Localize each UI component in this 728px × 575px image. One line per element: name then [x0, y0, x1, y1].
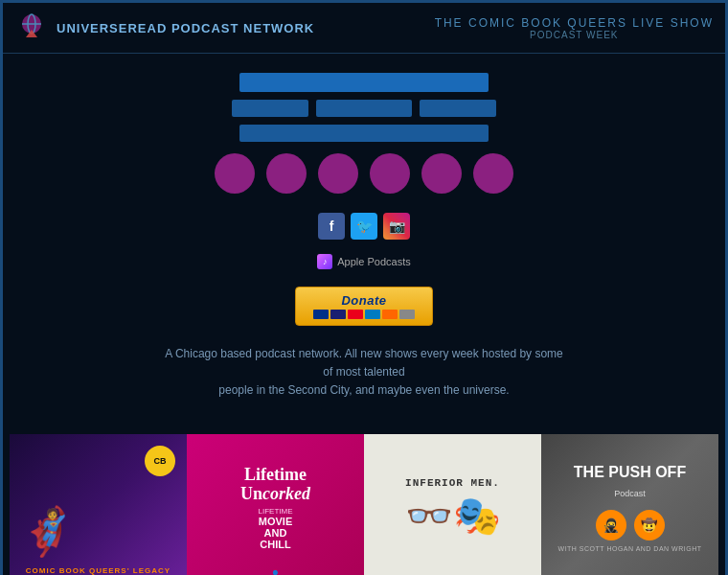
- instagram-icon[interactable]: 📷: [383, 213, 410, 240]
- header: Universeread Podcast Network THE COMIC B…: [3, 3, 725, 54]
- discover-icon: [382, 310, 398, 319]
- logo-icon: [14, 11, 49, 45]
- podcast-circle-3[interactable]: [318, 153, 358, 194]
- description: A Chicago based podcast network. All new…: [163, 345, 565, 401]
- po-hosts: WITH SCOTT HOGAN AND DAN WRIGHT: [558, 545, 702, 552]
- show-subtitle: PODCAST WEEK: [435, 30, 714, 40]
- nav-bar-full[interactable]: [239, 125, 489, 142]
- im-content: INFERIOR MEN. 👓🎭: [396, 468, 511, 548]
- podcast-row: CB 🦸 COMIC BOOK QUEERS' LEGACY LifetimeU…: [3, 434, 725, 575]
- site-title: Universeread Podcast Network: [57, 21, 314, 35]
- cbq-figure: 🦸: [19, 505, 77, 559]
- ninja-icon-2: 🤠: [634, 510, 665, 540]
- mastercard-icon: [348, 310, 363, 319]
- ninja-icon-1: 🥷: [596, 510, 626, 540]
- twitter-icon[interactable]: 🐦: [351, 213, 377, 240]
- logo-area: Universeread Podcast Network: [14, 11, 314, 45]
- podcast-card-im[interactable]: INFERIOR MEN. 👓🎭: [364, 434, 541, 575]
- podcast-circle-4[interactable]: [370, 153, 410, 194]
- payment-icons: [313, 310, 415, 319]
- podcast-circle-2[interactable]: [266, 153, 307, 194]
- nav-bar-sm-2[interactable]: [420, 100, 496, 117]
- donate-label: Donate: [341, 293, 386, 308]
- show-title: THE COMIC BOOK QUEERS LIVE SHOW: [435, 16, 714, 30]
- podcast-circle-5[interactable]: [421, 153, 462, 194]
- lu-figure: 👤: [187, 570, 364, 575]
- header-right: THE COMIC BOOK QUEERS LIVE SHOW PODCAST …: [435, 16, 714, 40]
- lu-subtitle-top: LIFETIME: [258, 507, 292, 516]
- lu-title: LifetimeUncorked: [240, 466, 310, 504]
- nav-bar-sm-1[interactable]: [232, 100, 308, 117]
- social-icons: f 🐦 📷: [318, 213, 410, 240]
- podcast-card-cbq[interactable]: CB 🦸 COMIC BOOK QUEERS' LEGACY: [10, 434, 187, 575]
- podcast-circles: [215, 153, 513, 194]
- po-subtitle: Podcast: [614, 489, 646, 498]
- nav-bar-primary[interactable]: [239, 73, 489, 92]
- description-line2: people in the Second City, and maybe eve…: [218, 383, 509, 397]
- podcast-circle-1[interactable]: [215, 153, 255, 194]
- podcast-circle-6[interactable]: [473, 153, 513, 194]
- lu-subtitle-main: MOVIEANDCHILL: [259, 516, 292, 550]
- nav-bar-md-1[interactable]: [316, 100, 412, 117]
- cbq-title: COMIC BOOK QUEERS' LEGACY: [10, 566, 187, 575]
- description-line1: A Chicago based podcast network. All new…: [165, 347, 563, 379]
- apple-icon: ♪: [317, 254, 332, 269]
- im-title: INFERIOR MEN.: [405, 477, 501, 489]
- po-title: THE PUSH OFF: [574, 464, 686, 481]
- im-figures: 👓🎭: [405, 494, 501, 539]
- po-icons: 🥷 🤠: [596, 510, 665, 540]
- facebook-icon[interactable]: f: [318, 213, 345, 240]
- podcast-card-lu[interactable]: LifetimeUncorked LIFETIME MOVIEANDCHILL …: [187, 434, 364, 575]
- apple-podcasts-link[interactable]: ♪ Apple Podcasts: [317, 254, 410, 269]
- hero: f 🐦 📷 ♪ Apple Podcasts Donate A Chicago …: [3, 54, 725, 434]
- visa-icon: [330, 310, 346, 319]
- other-card-icon: [399, 310, 415, 319]
- cbq-badge: CB: [145, 446, 175, 476]
- donate-button[interactable]: Donate: [295, 287, 433, 326]
- apple-podcasts-label: Apple Podcasts: [337, 256, 410, 267]
- amex-icon: [365, 310, 380, 319]
- paypal-icon: [313, 310, 329, 319]
- nav-bar-row: [232, 100, 496, 117]
- podcast-card-po[interactable]: THE PUSH OFF Podcast 🥷 🤠 WITH SCOTT HOGA…: [541, 434, 718, 575]
